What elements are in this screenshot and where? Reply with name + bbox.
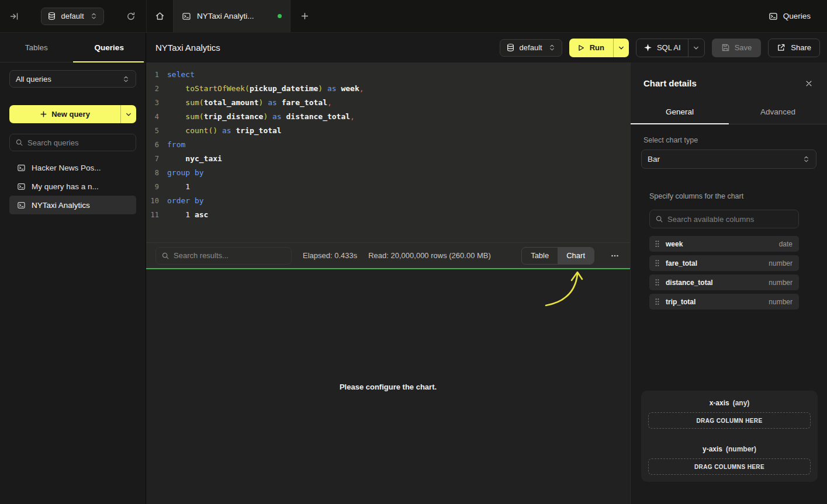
search-columns-input[interactable] — [667, 215, 793, 224]
code-line[interactable]: 9 1 — [146, 180, 630, 194]
editor-tab[interactable]: NYTaxi Analyti... — [173, 0, 290, 32]
sql-token — [277, 98, 282, 107]
column-type: number — [769, 279, 793, 287]
topbar-database-value: default — [61, 12, 84, 20]
page-title: NYTaxi Analytics — [155, 43, 220, 53]
chart-type-value: Bar — [648, 155, 660, 164]
chevron-updown-icon — [122, 75, 130, 83]
sql-ai-dropdown-button[interactable] — [688, 39, 704, 57]
sql-token: sum( — [185, 112, 203, 121]
sql-token — [167, 154, 185, 163]
query-list-item[interactable]: My query has a n... — [9, 177, 136, 196]
chart-type-select[interactable]: Bar — [641, 150, 816, 169]
code-line[interactable]: 4 sum(trip_distance) as distance_total, — [146, 110, 630, 124]
column-item[interactable]: trip_total number — [649, 294, 799, 310]
query-header: NYTaxi Analytics default Ru — [146, 33, 827, 62]
sql-token: from — [167, 140, 185, 149]
plus-icon — [40, 110, 47, 118]
column-item[interactable]: distance_total number — [649, 274, 799, 290]
code-line[interactable]: 1select — [146, 68, 630, 82]
chevron-updown-icon — [548, 44, 556, 51]
code-line[interactable]: 2 toStartOfWeek(pickup_datetime) as week… — [146, 82, 630, 96]
header-database-selector[interactable]: default — [500, 39, 562, 57]
sql-token — [323, 84, 327, 93]
drag-handle-icon[interactable] — [654, 279, 660, 286]
query-list-item[interactable]: Hacker News Pos... — [9, 158, 136, 177]
drag-handle-icon[interactable] — [654, 240, 660, 248]
new-query-button[interactable]: New query — [9, 105, 136, 123]
x-axis-label: x-axis — [710, 399, 729, 407]
queries-button[interactable]: Queries — [769, 12, 811, 21]
x-axis-dropzone[interactable]: DRAG COLUMN HERE — [648, 412, 811, 429]
search-results-input[interactable] — [174, 251, 286, 260]
code-line[interactable]: 11 1 asc — [146, 208, 630, 222]
share-button[interactable]: Share — [768, 39, 820, 57]
annotation-arrow-icon — [146, 269, 630, 351]
axes-config-card: x-axis (any) DRAG COLUMN HERE y-axis (nu… — [641, 391, 818, 482]
close-icon[interactable] — [805, 79, 813, 88]
topbar-left-section: default — [0, 0, 146, 32]
code-line[interactable]: 7 nyc_taxi — [146, 152, 630, 166]
column-item[interactable]: week date — [649, 236, 799, 252]
line-number: 3 — [146, 96, 167, 110]
column-type: number — [769, 259, 793, 267]
column-item[interactable]: fare_total number — [649, 255, 799, 271]
sql-token: total_amount — [204, 98, 259, 107]
query-icon — [182, 12, 191, 21]
new-tab-button[interactable] — [290, 0, 319, 32]
new-query-main[interactable]: New query — [9, 105, 120, 123]
sql-ai-button-group: SQL AI — [636, 39, 705, 57]
sql-token — [282, 112, 286, 121]
sidebar-tab-tables[interactable]: Tables — [0, 33, 73, 62]
drag-handle-icon[interactable] — [654, 259, 660, 267]
line-number: 4 — [146, 110, 167, 124]
unsaved-changes-dot — [278, 14, 282, 18]
header-database-value: default — [520, 43, 542, 52]
search-icon — [161, 252, 169, 260]
query-folder-select[interactable]: All queries — [9, 70, 136, 88]
save-button-label: Save — [735, 43, 752, 52]
query-icon — [17, 164, 26, 172]
code-line[interactable]: 5 count() as trip_total — [146, 124, 630, 138]
results-tab-chart[interactable]: Chart — [558, 248, 594, 264]
home-tab-button[interactable] — [146, 0, 173, 32]
code-text: nyc_taxi — [167, 152, 222, 166]
app-body: Tables Queries All queries New query — [0, 33, 827, 504]
new-query-dropdown-button[interactable] — [120, 105, 136, 123]
y-axis-dropzone[interactable]: DRAG COLUMNS HERE — [648, 458, 811, 475]
refresh-icon[interactable] — [126, 12, 136, 21]
code-line[interactable]: 8group by — [146, 166, 630, 180]
topbar-database-selector[interactable]: default — [41, 8, 103, 25]
run-dropdown-button[interactable] — [613, 39, 629, 57]
chart-type-label: Select chart type — [631, 136, 827, 144]
panel-tab-advanced[interactable]: Advanced — [729, 99, 827, 124]
save-button[interactable]: Save — [712, 39, 762, 57]
code-text: from — [167, 138, 185, 152]
code-text: 1 — [167, 180, 190, 194]
code-line[interactable]: 6from — [146, 138, 630, 152]
results-toolbar: Elapsed: 0.433s Read: 20,000,000 rows (2… — [146, 242, 630, 268]
query-list-item-selected[interactable]: NYTaxi Analytics — [9, 196, 136, 214]
collapse-sidebar-icon[interactable] — [9, 12, 19, 21]
run-button-group: Run — [569, 39, 629, 57]
sql-token: , — [350, 112, 355, 121]
code-line[interactable]: 3 sum(total_amount) as fare_total, — [146, 96, 630, 110]
results-tab-table[interactable]: Table — [522, 248, 558, 264]
run-button[interactable]: Run — [569, 39, 613, 57]
panel-tab-general[interactable]: General — [631, 99, 729, 124]
database-icon — [47, 12, 56, 20]
sql-editor[interactable]: 1select2 toStartOfWeek(pickup_datetime) … — [146, 62, 630, 242]
line-number: 7 — [146, 152, 167, 166]
query-item-label: NYTaxi Analytics — [32, 201, 90, 210]
drag-handle-icon[interactable] — [654, 298, 660, 305]
search-queries-input[interactable] — [27, 138, 130, 147]
sidebar-tab-queries[interactable]: Queries — [73, 33, 146, 62]
query-icon — [17, 201, 26, 210]
column-name: week — [666, 240, 683, 248]
queries-button-label: Queries — [783, 12, 811, 20]
query-item-label: Hacker News Pos... — [32, 164, 101, 172]
editor-tab-title: NYTaxi Analyti... — [197, 12, 272, 20]
code-line[interactable]: 10order by — [146, 194, 630, 208]
sql-ai-button[interactable]: SQL AI — [636, 39, 688, 57]
more-options-button[interactable] — [605, 247, 624, 265]
